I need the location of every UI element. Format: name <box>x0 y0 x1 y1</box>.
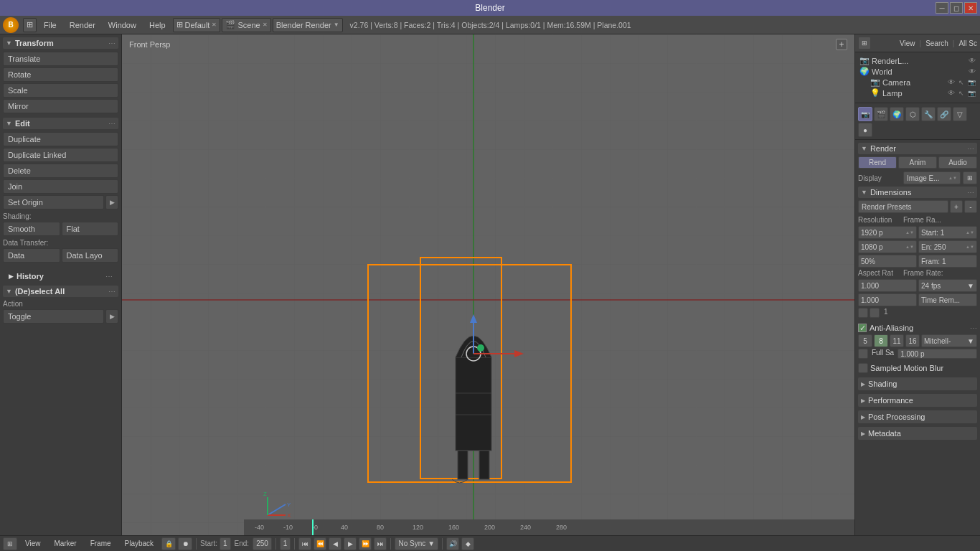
aa-num-11[interactable]: 11 <box>890 334 904 347</box>
data-button[interactable]: Data <box>3 248 60 263</box>
close-button[interactable]: ✕ <box>964 2 977 14</box>
viewport-add-button[interactable]: + <box>836 39 847 50</box>
menu-file[interactable]: File <box>38 19 62 31</box>
lock-icon[interactable]: 🔒 <box>161 537 176 550</box>
aspect-y-field[interactable]: 1.000 <box>858 293 917 306</box>
action-toggle-button[interactable]: Toggle <box>3 309 104 324</box>
aa-num-5[interactable]: 5 <box>858 334 872 347</box>
render-section-header[interactable]: ▼ Render ⋯ <box>858 143 977 154</box>
timeline-view-label[interactable]: View <box>19 538 47 549</box>
allsc-tab[interactable]: All Sc <box>958 39 977 47</box>
menu-help[interactable]: Help <box>143 19 171 31</box>
renderl-eye-icon[interactable]: 👁 <box>969 57 976 65</box>
timeline-frame-label[interactable]: Frame <box>85 538 117 549</box>
render-props-icon[interactable]: 📷 <box>858 107 872 121</box>
jump-end-icon[interactable]: ⏭ <box>374 537 387 550</box>
material-props-icon[interactable]: ● <box>858 123 872 137</box>
start-frame-field[interactable]: 1 <box>220 537 231 550</box>
resolution-width-field[interactable]: 1920 p ▲▼ <box>858 226 917 239</box>
shading-collapse-header[interactable]: ▶ Shading <box>858 377 977 390</box>
keyframe-icon[interactable]: ◆ <box>461 537 474 550</box>
set-origin-dropdown-icon[interactable]: ▶ <box>105 195 118 209</box>
restore-button[interactable]: ◻ <box>950 2 963 14</box>
post-processing-header[interactable]: ▶ Post Processing <box>858 410 977 423</box>
record-icon[interactable]: ⏺ <box>178 537 192 550</box>
flat-button[interactable]: Flat <box>62 222 119 236</box>
camera-render-icon[interactable]: 📷 <box>968 79 976 86</box>
translate-button[interactable]: Translate <box>3 52 118 66</box>
sync-mode-dropdown[interactable]: No Sync ▼ <box>395 537 438 550</box>
play-forward-icon[interactable]: ▶ <box>344 537 357 550</box>
camera-eye-icon[interactable]: 👁 <box>948 78 955 86</box>
scene-selector[interactable]: 🎬 Scene ✕ <box>222 18 270 32</box>
toggle-2[interactable] <box>870 308 880 318</box>
fps-dropdown[interactable]: 24 fps ▼ <box>918 279 977 292</box>
aa-num-16[interactable]: 16 <box>905 334 920 347</box>
layout-selector[interactable]: ⊞ Default ✕ <box>173 18 221 32</box>
jump-start-icon[interactable]: ⏮ <box>298 537 311 550</box>
minimize-button[interactable]: ─ <box>936 2 948 14</box>
duplicate-button[interactable]: Duplicate <box>3 132 118 146</box>
data-props-icon[interactable]: ▽ <box>953 107 967 121</box>
resolution-height-field[interactable]: 1080 p ▲▼ <box>858 240 917 253</box>
lamp-select-icon[interactable]: ↖ <box>958 90 964 97</box>
timeline-marker-label[interactable]: Marker <box>49 538 83 549</box>
tree-item-camera[interactable]: 📷 Camera 👁 ↖ 📷 <box>858 77 977 88</box>
display-extra-icon[interactable]: ⊞ <box>963 171 977 184</box>
smooth-button[interactable]: Smooth <box>3 222 60 236</box>
end-frame-field[interactable]: 250 <box>253 537 272 550</box>
edit-section-header[interactable]: ▼ Edit ⋯ <box>3 118 118 129</box>
duplicate-linked-button[interactable]: Duplicate Linked <box>3 148 118 162</box>
delete-button[interactable]: Delete <box>3 164 118 178</box>
menu-render[interactable]: Render <box>64 19 101 31</box>
tree-item-lamp[interactable]: 💡 Lamp 👁 ↖ 📷 <box>858 88 977 98</box>
history-header[interactable]: ▶ History ⋯ <box>6 270 116 283</box>
data-layout-button[interactable]: Data Layo <box>62 248 119 263</box>
scene-props-icon[interactable]: 🎬 <box>874 107 888 121</box>
render-presets-remove-btn[interactable]: - <box>964 200 977 213</box>
aspect-x-field[interactable]: 1.000 <box>858 279 917 292</box>
current-frame-field[interactable]: 1 <box>280 537 291 550</box>
audio-icon[interactable]: 🔊 <box>446 537 459 550</box>
render-engine-selector[interactable]: Blender Render ▼ <box>273 18 343 32</box>
dimensions-header[interactable]: ▼ Dimensions ⋯ <box>858 187 977 198</box>
lamp-eye-icon[interactable]: 👁 <box>948 89 955 97</box>
play-back-icon[interactable]: ◀ <box>329 537 341 550</box>
viewport[interactable]: Front Persp + <box>122 34 854 551</box>
tree-item-renderl[interactable]: 📷 RenderL... 👁 <box>858 55 977 66</box>
render-tab-rend[interactable]: Rend <box>858 156 897 169</box>
modifier-props-icon[interactable]: 🔧 <box>921 107 936 121</box>
render-tab-anim[interactable]: Anim <box>898 156 937 169</box>
deselect-section-header[interactable]: ▼ (De)select All ⋯ <box>3 286 118 297</box>
constraint-props-icon[interactable]: 🔗 <box>937 107 951 121</box>
sampled-motion-checkbox[interactable] <box>858 363 868 373</box>
timeline-type-icon[interactable]: ⊞ <box>3 537 17 550</box>
editor-type-selector[interactable]: ⊞ <box>23 18 37 32</box>
lamp-render-icon[interactable]: 📷 <box>968 90 976 97</box>
full-sa-checkbox[interactable] <box>858 349 868 359</box>
search-tab[interactable]: Search <box>925 39 948 47</box>
view-tab[interactable]: View <box>900 39 915 47</box>
resolution-pct-field[interactable]: 50% <box>858 255 917 268</box>
scale-button[interactable]: Scale <box>3 83 118 98</box>
performance-collapse-header[interactable]: ▶ Performance <box>858 394 977 407</box>
timeline-playback-label[interactable]: Playback <box>119 538 160 549</box>
render-presets-dropdown[interactable]: Render Presets <box>858 200 948 213</box>
timeline-ruler[interactable]: -40 -10 -0 40 80 120 160 200 240 280 <box>244 519 854 535</box>
display-value-field[interactable]: Image E... ▲▼ <box>903 171 961 184</box>
frame-end-field[interactable]: En: 250 ▲▼ <box>918 240 977 253</box>
set-origin-button[interactable]: Set Origin <box>3 195 104 209</box>
outliner-type-icon[interactable]: ⊞ <box>858 37 871 50</box>
step-back-icon[interactable]: ⏪ <box>314 537 326 550</box>
rotate-button[interactable]: Rotate <box>3 67 118 82</box>
join-button[interactable]: Join <box>3 179 118 194</box>
world-eye-icon[interactable]: 👁 <box>969 67 976 75</box>
world-props-icon[interactable]: 🌍 <box>890 107 904 121</box>
frame-start-field[interactable]: Start: 1 ▲▼ <box>918 226 977 239</box>
time-rem-field[interactable]: Time Rem... <box>918 293 977 306</box>
object-props-icon[interactable]: ⬡ <box>905 107 920 121</box>
action-dropdown-icon[interactable]: ▶ <box>105 309 118 324</box>
current-frame-field[interactable]: Fram: 1 <box>918 255 977 268</box>
aa-num-8[interactable]: 8 <box>874 334 888 347</box>
aa-checkbox[interactable]: ✓ <box>858 324 867 332</box>
